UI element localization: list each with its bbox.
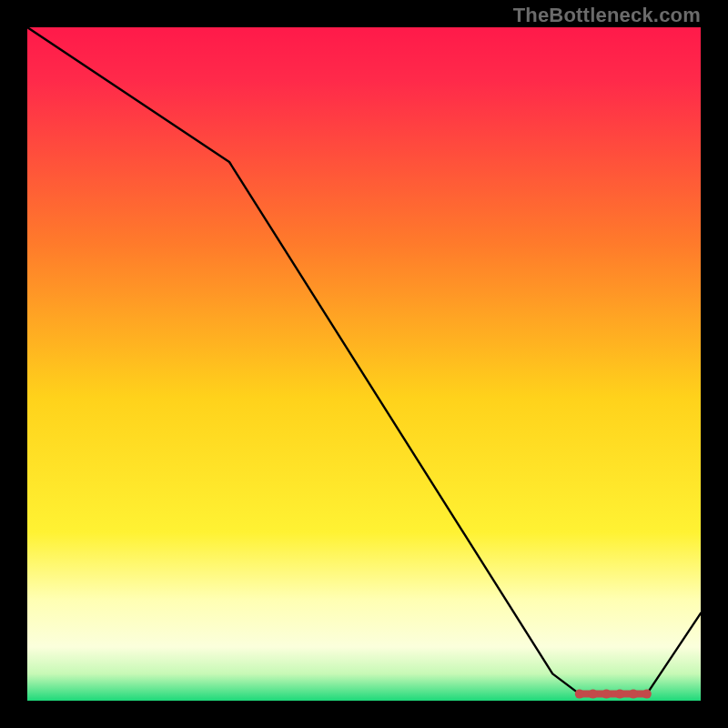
watermark-label: TheBottleneck.com bbox=[513, 4, 701, 27]
gradient-background bbox=[27, 27, 701, 701]
chart-frame: TheBottleneck.com bbox=[0, 0, 728, 728]
plot-area bbox=[27, 27, 701, 701]
optimum-marker bbox=[615, 690, 624, 699]
optimum-marker bbox=[589, 690, 598, 699]
optimum-marker bbox=[602, 690, 611, 699]
optimum-marker bbox=[575, 690, 584, 699]
optimum-marker bbox=[642, 690, 652, 699]
chart-svg bbox=[27, 27, 701, 701]
optimum-markers bbox=[575, 690, 652, 699]
optimum-marker bbox=[629, 690, 638, 699]
